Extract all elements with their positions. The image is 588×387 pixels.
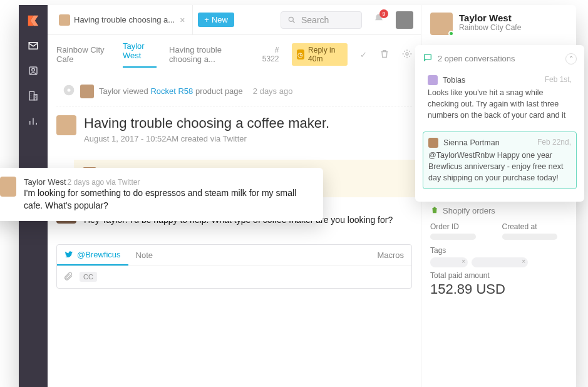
created-at-label: Created at bbox=[502, 222, 568, 231]
compose-box: @Brewficus Note Macros CC bbox=[56, 244, 412, 289]
trash-icon[interactable] bbox=[379, 49, 389, 61]
total-value: 152.89 USD bbox=[430, 281, 567, 297]
tab-conversation[interactable]: Having trouble choosing a... × bbox=[53, 5, 193, 34]
svg-point-7 bbox=[68, 89, 71, 92]
new-button[interactable]: + New bbox=[198, 13, 234, 27]
header: Having trouble choosing a... × + New Sea… bbox=[48, 5, 421, 35]
search-input[interactable]: Search bbox=[281, 11, 362, 29]
chat-icon bbox=[423, 53, 433, 64]
check-icon[interactable]: ✓ bbox=[360, 50, 367, 59]
eye-icon bbox=[63, 84, 75, 98]
viewed-event: Taylor viewed Rocket R58 product page 2 … bbox=[56, 73, 412, 106]
contacts-icon[interactable] bbox=[26, 64, 40, 78]
viewed-when: 2 days ago bbox=[253, 86, 293, 96]
svg-rect-2 bbox=[29, 91, 34, 100]
created-at-value bbox=[502, 234, 558, 240]
side-panel: Taylor West Rainbow City Cafe 2 open con… bbox=[421, 5, 576, 387]
close-icon[interactable]: × bbox=[178, 15, 186, 25]
conversation-item-selected[interactable]: Sienna Portman Feb 22nd, @TaylorWestRnbw… bbox=[423, 132, 577, 190]
contact-org: Rainbow City Cafe bbox=[459, 23, 521, 32]
tags-label: Tags bbox=[430, 246, 567, 255]
conv-text: Looks like you've hit a snag while check… bbox=[428, 87, 572, 121]
order-id-label: Order ID bbox=[430, 222, 496, 231]
viewed-link[interactable]: Rocket R58 bbox=[150, 86, 193, 96]
popover-avatar bbox=[0, 177, 16, 197]
popover-name: Taylor West bbox=[24, 177, 66, 187]
customer-avatar bbox=[56, 115, 76, 135]
plus-icon: + bbox=[204, 15, 209, 24]
shopify-title: Shopify orders bbox=[443, 206, 495, 215]
presence-dot bbox=[448, 31, 454, 36]
viewer-avatar bbox=[80, 85, 94, 98]
remove-tag-icon[interactable]: × bbox=[522, 258, 525, 265]
inbox-icon[interactable] bbox=[26, 39, 40, 53]
tag-pill[interactable]: × bbox=[430, 257, 468, 267]
search-placeholder: Search bbox=[301, 15, 329, 25]
message-popover: Taylor West2 days ago via Twitter I'm lo… bbox=[0, 168, 323, 221]
breadcrumb-customer[interactable]: Taylor West bbox=[123, 41, 157, 68]
conversation-item[interactable]: Tobias Feb 1st, Looks like you've hit a … bbox=[423, 70, 577, 126]
attach-icon[interactable] bbox=[63, 271, 73, 283]
notification-bell[interactable]: 9 bbox=[373, 13, 384, 26]
subject: Having trouble choosing a coffee maker. bbox=[84, 115, 329, 132]
viewed-prefix: Taylor viewed bbox=[99, 86, 150, 96]
collapse-icon[interactable]: ⌃ bbox=[565, 53, 577, 64]
tab-title: Having trouble choosing a... bbox=[74, 15, 175, 24]
tab-avatar bbox=[59, 14, 70, 26]
cc-button[interactable]: CC bbox=[80, 272, 97, 282]
building-icon[interactable] bbox=[26, 89, 40, 103]
shopify-panel: Shopify orders Order ID Created at Tags … bbox=[421, 205, 576, 297]
popover-when: 2 days ago via Twitter bbox=[68, 178, 140, 187]
avatar[interactable] bbox=[396, 11, 413, 29]
subject-row: Having trouble choosing a coffee maker. … bbox=[56, 106, 412, 152]
app-shell: Having trouble choosing a... × + New Sea… bbox=[19, 5, 576, 387]
compose-tab-reply[interactable]: @Brewficus bbox=[57, 245, 128, 266]
compose-toolbar: CC bbox=[57, 266, 411, 288]
conv-avatar bbox=[428, 138, 438, 148]
new-label: New bbox=[212, 15, 228, 24]
contact-name: Taylor West bbox=[459, 13, 521, 23]
svg-point-4 bbox=[289, 17, 293, 21]
breadcrumb-subject[interactable]: Having trouble choosing a... bbox=[169, 45, 250, 64]
svg-point-5 bbox=[406, 53, 408, 55]
breadcrumb-org[interactable]: Rainbow City Cafe bbox=[56, 45, 110, 64]
total-label: Total paid amount bbox=[430, 271, 567, 280]
search-icon bbox=[287, 16, 296, 24]
popover-body: I'm looking for something to do espresso… bbox=[24, 187, 314, 212]
svg-point-1 bbox=[32, 68, 35, 71]
tag-pill[interactable]: × bbox=[472, 257, 528, 267]
open-conv-title: 2 open conversations bbox=[438, 54, 515, 63]
compose-tabs: @Brewficus Note Macros bbox=[57, 245, 411, 266]
subject-meta: August 1, 2017 - 10:52AM created via Twi… bbox=[84, 134, 329, 143]
twitter-icon bbox=[64, 250, 73, 259]
compose-macros[interactable]: Macros bbox=[369, 245, 411, 266]
order-id-value bbox=[430, 234, 476, 240]
contact-card: Taylor West Rainbow City Cafe bbox=[421, 13, 576, 43]
reply-timer[interactable]: ◷ Reply in 40m bbox=[292, 43, 348, 66]
app-logo bbox=[26, 14, 40, 28]
gear-icon[interactable] bbox=[402, 49, 412, 61]
notification-badge: 9 bbox=[379, 9, 388, 18]
viewed-suffix: product page bbox=[193, 86, 243, 96]
shopify-icon bbox=[430, 205, 439, 216]
conv-avatar bbox=[428, 75, 438, 85]
conv-text: @TaylorWestRnbw Happy one year Brewficus… bbox=[428, 150, 571, 183]
clock-icon: ◷ bbox=[297, 49, 305, 59]
remove-tag-icon[interactable]: × bbox=[462, 258, 465, 265]
tags-row: × × bbox=[430, 257, 567, 267]
compose-tab-note[interactable]: Note bbox=[128, 245, 160, 266]
breadcrumb: Rainbow City Cafe Taylor West Having tro… bbox=[48, 35, 421, 68]
ticket-id: # 5322 bbox=[262, 46, 279, 63]
contact-avatar bbox=[430, 13, 453, 35]
analytics-icon[interactable] bbox=[26, 114, 40, 128]
open-conversations-card: 2 open conversations ⌃ Tobias Feb 1st, L… bbox=[415, 45, 584, 202]
